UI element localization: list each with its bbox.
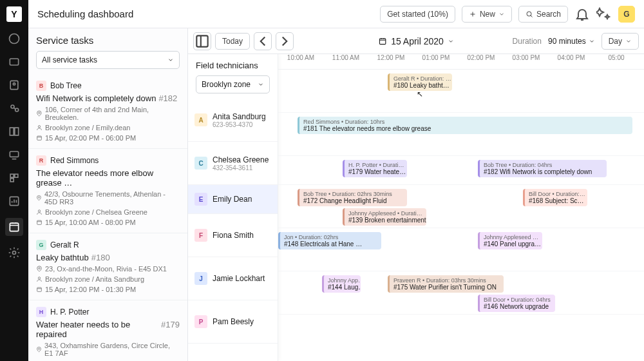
technician-phone: 623-953-4370 [213, 121, 266, 128]
calendar-event[interactable]: Bob Tree • Duration: 02hrs 30mins#172 Ch… [298, 189, 407, 206]
task-address: 106, Corner of 4th and 2nd Main, Breukel… [36, 106, 180, 121]
calendar-event[interactable]: Johnny Appleseed • Durati…#139 Broken en… [343, 208, 426, 226]
calendar-event[interactable]: Red Simmons • Duration: 10hrs#181 The el… [298, 117, 632, 134]
view-select[interactable]: Day [601, 33, 639, 50]
calendar-icon [378, 37, 387, 46]
task-customer: Geralt R [50, 240, 79, 249]
chevron-down-icon [625, 38, 632, 44]
chevron-down-icon [589, 38, 595, 44]
notifications-button[interactable] [574, 6, 590, 22]
new-button[interactable]: New [462, 6, 512, 23]
event-meta: Johnny App… [328, 277, 357, 284]
event-title: #172 Change Headlight Fluid [303, 197, 403, 204]
task-time: 15 Apr, 10:00 AM - 08:00 PM [36, 219, 180, 226]
event-title: #146 Network upgrade [484, 303, 551, 310]
page-title: Scheduling dashboard [37, 8, 133, 19]
tasks-title: Service tasks [36, 35, 180, 46]
task-card[interactable]: GGeralt R Leaky bathtub #180 23, Ox-and-… [28, 233, 187, 300]
nav-assets-icon[interactable] [8, 171, 21, 184]
technician-row[interactable]: F Fiona Smith [188, 214, 278, 257]
task-zone: Brooklyn zone / Emily.dean [36, 124, 180, 132]
task-customer: Red Simmons [50, 156, 99, 165]
svg-point-14 [39, 112, 40, 113]
prev-day-button[interactable] [254, 32, 272, 50]
search-button[interactable]: Search [518, 6, 568, 23]
calendar-event[interactable]: Johnny App…#144 Laug… [322, 275, 361, 293]
calendar-event[interactable]: H. P. Potter • Durati…#179 Water heate… [343, 160, 407, 177]
nav-messages-icon[interactable] [8, 148, 21, 161]
toggle-sidebar-button[interactable] [193, 32, 211, 50]
nav-rail: Y [0, 0, 28, 361]
task-subject: Leaky bathtub #180 [36, 253, 180, 262]
timeline[interactable]: 10:00 AM11:00 AM12:00 PM01:00 PM02:00 PM… [278, 54, 644, 361]
avatar: B [36, 81, 46, 91]
technician-name: Anita Sandburg [213, 112, 266, 121]
tasks-filter-select[interactable]: All service tasks [36, 51, 180, 69]
technician-name: Chelsea Greene [213, 155, 269, 164]
nav-schedule-icon[interactable] [5, 218, 23, 236]
get-started-button[interactable]: Get started (10%) [380, 6, 455, 23]
topbar: Scheduling dashboard Get started (10%) N… [28, 0, 644, 28]
calendar-event[interactable]: Bill Door • Duration: 04hrs#146 Network … [478, 295, 555, 312]
task-address: 343, Oxhamshire Gardens, Circe Circle, E… [36, 342, 180, 357]
technician-row[interactable]: A Anita Sandburg623-953-4370 [188, 99, 278, 142]
technician-phone: 432-354-3611 [213, 164, 269, 171]
svg-point-12 [13, 251, 16, 255]
chevron-down-icon [498, 11, 505, 17]
svg-rect-7 [10, 174, 14, 177]
tasks-panel: Service tasks All service tasks BBob Tre… [28, 28, 188, 361]
date-picker[interactable]: 15 April 2020 [378, 36, 454, 46]
calendar-event[interactable]: Johnny Appleseed …#140 Panel upgra… [478, 232, 542, 249]
svg-rect-6 [10, 151, 18, 157]
event-title: #180 Leaky batht… [393, 82, 448, 89]
calendar-event[interactable]: Bill Door • Duration:…#168 Subject: Sc… [523, 189, 587, 206]
technician-row[interactable]: C Chelsea Greene432-354-3611 [188, 142, 278, 185]
event-title: #140 Panel upgra… [484, 240, 538, 248]
whats-new-button[interactable] [596, 6, 612, 22]
nav-reports-icon[interactable] [8, 195, 21, 208]
svg-rect-11 [10, 223, 18, 231]
technician-row[interactable]: E Emily Dean [188, 185, 278, 214]
calendar-event[interactable]: Geralt R • Duration: …#180 Leaky batht… [388, 73, 452, 91]
task-time: 15 Apr, 02:00 PM - 06:00 PM [36, 134, 180, 142]
technicians-title: Field technicians [196, 61, 270, 70]
technicians-panel: Field technicians Brooklyn zone A Anita … [188, 54, 278, 361]
svg-rect-8 [15, 174, 18, 177]
event-title: #179 Water heate… [348, 168, 403, 175]
nav-dashboard-icon[interactable] [8, 32, 21, 45]
task-card[interactable]: RRed Simmons The elevator needs more elb… [28, 149, 187, 233]
calendar-event[interactable]: Jon • Duration: 02hrs#148 Electricals at… [278, 232, 381, 249]
event-title: #182 Wifi Network is completely down [484, 168, 603, 175]
technician-row[interactable]: P Pam Beesly [188, 300, 278, 344]
svg-rect-9 [10, 179, 14, 182]
timeline-lane[interactable] [278, 70, 644, 113]
user-avatar-button[interactable]: G [618, 6, 635, 23]
nav-contacts-icon[interactable] [8, 79, 21, 92]
task-customer: Bob Tree [50, 81, 82, 90]
technician-name: Pam Beesly [213, 317, 254, 326]
chevron-down-icon [448, 38, 454, 44]
nav-knowledge-icon[interactable] [8, 125, 21, 138]
event-meta: Bill Door • Duration:… [529, 191, 583, 197]
svg-point-17 [38, 197, 39, 198]
today-button[interactable]: Today [215, 33, 250, 50]
technician-row[interactable]: J Jamie Lockhart [188, 257, 278, 300]
panel-icon [194, 33, 211, 50]
svg-rect-22 [37, 288, 42, 291]
next-day-button[interactable] [276, 32, 294, 50]
nav-settings-icon[interactable] [8, 246, 21, 259]
zone-select[interactable]: Brooklyn zone [196, 75, 270, 93]
nav-orgs-icon[interactable] [8, 102, 21, 115]
avatar: C [194, 157, 207, 170]
nav-inbox-icon[interactable] [8, 55, 21, 68]
chevron-down-icon [167, 57, 174, 63]
svg-point-13 [527, 12, 531, 16]
bell-icon [574, 6, 590, 22]
avatar: R [36, 155, 46, 166]
duration-select[interactable]: 90 minutes [548, 37, 595, 46]
task-card[interactable]: HH. P. Potter Water heater needs to be r… [28, 300, 187, 361]
task-card[interactable]: BBob Tree Wifi Network is completely dow… [28, 74, 187, 149]
calendar-event[interactable]: Bob Tree • Duration: 04hrs#182 Wifi Netw… [478, 160, 607, 177]
calendar-event[interactable]: Praveen R • Duration: 03hrs 30mins#175 W… [388, 275, 504, 293]
time-slot-label: 03:00 PM [504, 54, 549, 69]
